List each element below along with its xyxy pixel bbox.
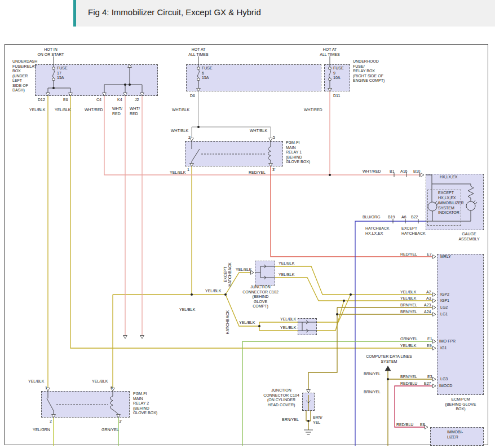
wire-label-c102b-out-a: YEL/BLK bbox=[280, 317, 296, 322]
hatchback-option-label: HATCHBACK HX,LX,EX bbox=[365, 226, 390, 236]
gauge-in-pin-b1: B1 bbox=[390, 169, 395, 174]
wire-label-gauge-in: WHT/RED bbox=[363, 169, 381, 174]
computer-data-lines-label: COMPUTER DATA LINES SYSTEM bbox=[360, 354, 418, 364]
fuse6-label: FUSE 6 15A bbox=[202, 66, 213, 81]
wire-label-c104-b: BRN/ YEL bbox=[313, 415, 322, 425]
datalines-arrow-icon bbox=[385, 366, 391, 371]
ecm-code-e9: E9 bbox=[427, 344, 432, 349]
gauge-indicator-label: IMMOBILIZER SYSTEM INDICATOR bbox=[438, 201, 464, 216]
junction-dots bbox=[52, 84, 389, 422]
wire-label-c102-feed: YEL/BLK bbox=[236, 267, 251, 273]
wire-label-relay1-in2: WHT/BLK bbox=[171, 129, 188, 134]
ecm-wire-imocd: RED/BLU bbox=[400, 381, 417, 386]
relay2-pin3: 3' bbox=[119, 419, 122, 424]
wire-label-c102b-feed: YEL/BLK bbox=[239, 320, 255, 326]
ecm-pin-igp2: IGP2 bbox=[440, 292, 449, 297]
wire-label-k4: WHT/ RED bbox=[112, 107, 122, 116]
ecm-wire-igp2: YEL/BLK bbox=[400, 290, 416, 295]
wire-label-e6: YEL/BLK bbox=[55, 108, 70, 113]
ecm-wire-mrly: RED/YEL bbox=[400, 252, 417, 257]
ecm-code-a3: A3 bbox=[426, 296, 431, 301]
ecm-pin-mrly: MRLY bbox=[440, 254, 451, 260]
c104-name-label: JUNCTION CONNECTOR C104 (ON CYLINDER HEA… bbox=[262, 388, 301, 407]
wire-label-j2: WHT/ RED bbox=[130, 107, 140, 116]
ecm-wire-igp1: YEL/BLK bbox=[400, 296, 416, 301]
pin-j2: J2 bbox=[135, 98, 139, 103]
red-blu-wires bbox=[395, 386, 432, 427]
wire-label-c4: WHT/RED bbox=[85, 108, 103, 113]
wire-label-d6: WHT/BLK bbox=[172, 108, 189, 113]
gauge-trim-b-label: EXCEPT HX,LX,EX bbox=[438, 191, 456, 200]
relay1-name: PGM-FI MAIN RELAY 1 (BEHIND GLOVE BOX) bbox=[286, 140, 310, 165]
ecm-wire-imofpr: GRN/YEL bbox=[400, 337, 418, 342]
ecm-pin-imocd: IMOCD bbox=[439, 384, 452, 389]
wire-label-dl-a: BRN/YEL bbox=[364, 372, 381, 377]
ecm-pin-ig1: IG1 bbox=[440, 346, 447, 351]
wire-label-c102-out-a: YEL/BLK bbox=[279, 261, 294, 266]
wire-label-relay1-out3: RED/YEL bbox=[249, 170, 266, 175]
pin-d6: D6 bbox=[190, 94, 195, 99]
ecm-code-e1: E1 bbox=[427, 337, 432, 342]
ecm-wire-lg1: BRN/YEL bbox=[400, 310, 417, 315]
c102-name-label: JUNCTION CONNECTOR C102 (BEHIND GLOVE CO… bbox=[240, 285, 281, 309]
wiring-layer bbox=[0, 0, 495, 448]
immob-pin-e8: E8 bbox=[420, 423, 425, 428]
ecm-pin-lg2: LG2 bbox=[440, 305, 448, 310]
wire-label-immob-in: RED/BLU bbox=[396, 423, 413, 428]
ecm-code-e7: E7 bbox=[427, 252, 432, 257]
relay1-pin2: 2 bbox=[188, 135, 191, 140]
pin-d11: D11 bbox=[333, 94, 340, 99]
gauge-trim-a-label: HX,LX,EX bbox=[440, 175, 458, 180]
wire-label-c102b-out-b: YEL/BLK bbox=[280, 326, 296, 331]
wire-label-relay2-in1: YEL/BLK bbox=[28, 379, 44, 384]
ecm-name-label: ECM/PCM (BEHIND GLOVE BOX) bbox=[441, 397, 480, 412]
ecm-pin-imofpr: IMO FPR bbox=[439, 339, 456, 344]
ecm-code-a24: A24 bbox=[424, 310, 431, 315]
ecm-pin-igp1: IGP1 bbox=[440, 298, 449, 304]
wire-label-c104-a: BRN/YEL bbox=[282, 418, 299, 423]
gauge-out-pin-b22: B22 bbox=[411, 215, 418, 220]
gauge-out-pin-a6: A6 bbox=[401, 215, 406, 220]
c102-except-hatchback-label: EXCEPT HATCHBACK bbox=[223, 258, 233, 290]
relay2-name: PGM-FI MAIN RELAY 2 (BEHIND GLOVE BOX) bbox=[133, 392, 157, 416]
ecm-wire-lg2: BRN/YEL bbox=[400, 303, 417, 308]
relay1-pin5: 5 bbox=[273, 135, 275, 140]
red-yel-wires bbox=[271, 166, 432, 257]
immobilizer-unit-label: IMMOBI- LIZER bbox=[447, 430, 463, 440]
relay2-pin1: 1 bbox=[45, 386, 47, 391]
wire-label-relay1-in5: WHT/BLK bbox=[250, 129, 267, 134]
wire-label-c102-out-b: YEL/BLK bbox=[279, 273, 294, 278]
relay1-pin3: 3' bbox=[272, 168, 275, 173]
wire-label-c102-bus2: YEL/BLK bbox=[179, 308, 195, 313]
wire-label-relay2-out2: YEL/GRN bbox=[33, 428, 50, 433]
wire-label-relay2-in5: YEL/BLK bbox=[92, 379, 108, 384]
c102-hatchback-label: HATCHBACK bbox=[226, 306, 230, 338]
wire-label-gauge-out: BLU/ORG bbox=[363, 215, 381, 220]
wire-label-c102-bus: YEL/BLK bbox=[205, 289, 221, 294]
except-hatchback-option-label: EXCEPT HATCHBACK bbox=[401, 226, 426, 236]
wire-label-d12: YEL/BLK bbox=[29, 108, 45, 113]
underhood-box-label: UNDERHOOD FUSE/ RELAY BOX (RIGHT SIDE OF… bbox=[353, 59, 386, 84]
relay1-pin1: 1 bbox=[187, 168, 189, 173]
hot-all-times-label-1: HOT AT ALL TIMES bbox=[183, 47, 214, 57]
gauge-out-pin-b19: B19 bbox=[388, 215, 395, 220]
pin-e6: E6 bbox=[63, 98, 68, 103]
gauge-in-pin-b10: B10 bbox=[413, 169, 420, 174]
ecm-code-e27: E27 bbox=[424, 381, 431, 386]
wiring-diagram-page: Fig 4: Immobilizer Circuit, Except GX & … bbox=[0, 0, 495, 448]
wire-label-relay2-out3: GRN/YEL bbox=[101, 428, 119, 433]
relay2-pin5: 5 bbox=[111, 386, 113, 391]
ecm-pin-lg1: LG1 bbox=[440, 312, 448, 317]
underdash-box-label: UNDERDASH FUSE/RELAY BOX (UNDER LEFT SID… bbox=[12, 59, 37, 93]
fuse17-label: FUSE 17 15A bbox=[57, 66, 68, 81]
pin-d12: D12 bbox=[38, 98, 45, 103]
ecm-pin-lg3: LG3 bbox=[440, 377, 448, 382]
fuse9-label: FUSE 9 10A bbox=[333, 66, 344, 81]
pin-c4: C4 bbox=[96, 98, 101, 103]
wire-label-dl-b: BRN/YEL bbox=[364, 390, 381, 395]
ecm-wire-lg3: BRN/YEL bbox=[400, 375, 417, 380]
yel-blk-wires bbox=[48, 96, 432, 388]
gauge-in-pin-a16: A16 bbox=[400, 169, 407, 174]
ecm-code-a2: A2 bbox=[426, 290, 431, 295]
wire-label-d11: WHT/RED bbox=[304, 108, 322, 113]
